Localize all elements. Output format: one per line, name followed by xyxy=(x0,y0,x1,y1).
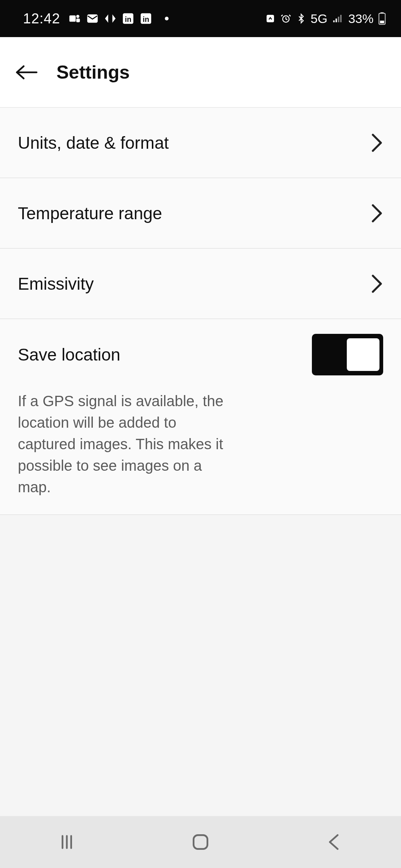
save-location-description: If a GPS signal is available, the locati… xyxy=(18,390,233,498)
status-left: 12:42 in in xyxy=(23,11,169,27)
back-button[interactable] xyxy=(15,60,39,84)
recents-icon xyxy=(56,832,77,852)
row-emissivity[interactable]: Emissivity xyxy=(0,249,401,319)
back-icon xyxy=(324,832,345,852)
svg-rect-21 xyxy=(193,835,207,849)
card-icon xyxy=(265,13,276,24)
alarm-icon xyxy=(280,13,291,24)
save-location-label: Save location xyxy=(18,345,120,365)
teams-icon xyxy=(68,12,81,25)
network-type: 5G xyxy=(311,11,327,26)
battery-icon xyxy=(378,12,386,25)
svg-text:in: in xyxy=(143,15,149,23)
row-label: Temperature range xyxy=(18,203,162,223)
code-icon xyxy=(104,12,117,25)
svg-rect-0 xyxy=(69,16,76,22)
svg-rect-2 xyxy=(76,19,80,22)
row-temperature-range[interactable]: Temperature range xyxy=(0,178,401,249)
svg-rect-12 xyxy=(338,17,339,22)
status-right: 5G 33% xyxy=(265,11,386,26)
linkedin-icon-2: in xyxy=(140,12,152,25)
system-nav-bar xyxy=(0,816,401,868)
mail-icon xyxy=(86,12,99,25)
chevron-right-icon xyxy=(371,133,383,153)
settings-list: Units, date & format Temperature range E… xyxy=(0,108,401,515)
row-label: Emissivity xyxy=(18,274,94,294)
status-bar: 12:42 in in 5G 33% xyxy=(0,0,401,37)
row-units-date-format[interactable]: Units, date & format xyxy=(0,108,401,178)
toggle-knob xyxy=(347,338,379,371)
svg-rect-16 xyxy=(380,21,384,23)
svg-text:in: in xyxy=(125,15,131,23)
row-save-location: Save location If a GPS signal is availab… xyxy=(0,319,401,515)
chevron-right-icon xyxy=(371,274,383,294)
status-time: 12:42 xyxy=(23,11,60,27)
home-icon xyxy=(190,832,211,852)
linkedin-icon: in xyxy=(122,12,134,25)
row-label: Units, date & format xyxy=(18,133,169,153)
nav-home-button[interactable] xyxy=(186,827,215,857)
more-notifications-dot xyxy=(165,17,169,20)
chevron-right-icon xyxy=(371,203,383,223)
nav-recents-button[interactable] xyxy=(52,827,82,857)
empty-area xyxy=(0,515,401,868)
svg-rect-11 xyxy=(336,19,337,22)
page-title: Settings xyxy=(56,62,130,83)
nav-back-button[interactable] xyxy=(319,827,349,857)
svg-rect-13 xyxy=(340,15,342,22)
signal-icon xyxy=(332,13,344,24)
svg-point-1 xyxy=(76,15,79,18)
save-location-toggle[interactable] xyxy=(312,334,383,375)
svg-rect-10 xyxy=(333,20,335,22)
bluetooth-icon xyxy=(296,13,306,24)
battery-percent: 33% xyxy=(348,11,374,26)
svg-rect-8 xyxy=(267,15,274,22)
arrow-left-icon xyxy=(15,63,39,81)
app-header: Settings xyxy=(0,37,401,108)
